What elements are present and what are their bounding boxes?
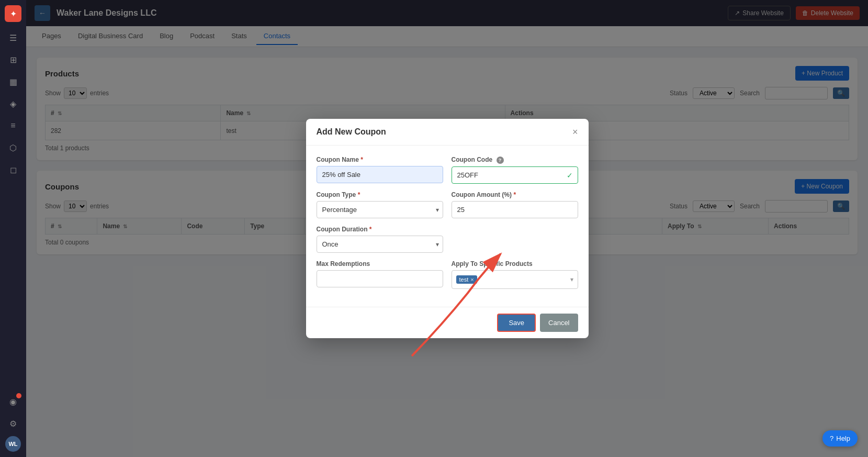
sidebar-icon-notification[interactable]: ◉ [4,392,22,411]
apply-to-tag: test × [456,275,477,284]
notification-badge [16,393,21,398]
apply-to-multiselect[interactable]: test × ▾ [452,270,578,289]
apply-to-label: Apply To Specific Products [452,260,578,267]
sidebar-icon-tag[interactable]: ◈ [4,94,22,113]
coupon-code-group: Coupon Code ? ✓ [452,156,578,184]
coupon-code-input[interactable] [452,166,578,184]
coupon-code-info-icon[interactable]: ? [497,157,504,164]
main-area: ← Waker Lane Designs LLC ↗ Share Website… [26,0,868,457]
add-coupon-modal: Add New Coupon × Coupon Name * [306,119,589,338]
coupon-duration-label: Coupon Duration * [317,226,443,233]
coupon-duration-select[interactable]: Once Repeating Forever [317,236,443,253]
apply-to-group: Apply To Specific Products test × ▾ [452,260,578,289]
cancel-button[interactable]: Cancel [540,314,578,332]
max-redemptions-input[interactable] [317,270,443,287]
coupon-amount-group: Coupon Amount (%) * [452,191,578,218]
modal-title: Add New Coupon [317,127,386,137]
form-row-2: Coupon Type * Percentage Fixed Amount [317,191,578,218]
check-icon: ✓ [567,171,573,180]
coupon-type-select[interactable]: Percentage Fixed Amount [317,201,443,218]
empty-group [452,226,578,253]
modal-footer: Save Cancel [306,307,589,338]
sidebar-icon-layout[interactable]: ▦ [4,72,22,91]
coupon-name-input[interactable] [317,166,443,183]
coupon-duration-group: Coupon Duration * Once Repeating Forever [317,226,443,253]
sidebar-icon-grid[interactable]: ⊞ [4,50,22,69]
modal-close-button[interactable]: × [572,127,578,137]
coupon-type-group: Coupon Type * Percentage Fixed Amount [317,191,443,218]
coupon-type-select-wrapper: Percentage Fixed Amount [317,201,443,218]
modal-overlay: Add New Coupon × Coupon Name * [26,0,868,457]
coupon-code-wrapper: ✓ [452,166,578,184]
coupon-duration-select-wrapper: Once Repeating Forever [317,236,443,253]
coupon-amount-label: Coupon Amount (%) * [452,191,578,198]
max-redemptions-group: Max Redemptions [317,260,443,289]
app-logo[interactable]: ✦ [5,5,21,22]
sidebar: ✦ ☰ ⊞ ▦ ◈ ≡ ⬡ ◻ ◉ ⚙ WL [0,0,26,457]
help-icon: ? [830,434,833,442]
coupon-name-group: Coupon Name * [317,156,443,184]
max-redemptions-label: Max Redemptions [317,260,443,267]
form-row-1: Coupon Name * Coupon Code ? [317,156,578,184]
coupon-name-label: Coupon Name * [317,156,443,163]
form-row-3: Coupon Duration * Once Repeating Forever [317,226,578,253]
sidebar-icon-users[interactable]: ⬡ [4,138,22,157]
sidebar-icon-message[interactable]: ◻ [4,160,22,179]
coupon-type-label: Coupon Type * [317,191,443,198]
sidebar-avatar[interactable]: WL [5,436,21,452]
sidebar-icon-menu[interactable]: ☰ [4,28,22,47]
tag-remove-button[interactable]: × [470,276,474,283]
save-button[interactable]: Save [497,314,536,332]
sidebar-icon-chart[interactable]: ≡ [4,116,22,135]
form-row-4: Max Redemptions Apply To Specific Produc… [317,260,578,289]
multiselect-dropdown-icon: ▾ [570,276,573,283]
help-button[interactable]: ? Help [822,430,858,447]
coupon-amount-input[interactable] [452,201,578,218]
coupon-code-label: Coupon Code ? [452,156,578,164]
sidebar-icon-settings[interactable]: ⚙ [4,414,22,433]
modal-header: Add New Coupon × [306,119,589,146]
modal-body: Coupon Name * Coupon Code ? [306,146,589,307]
